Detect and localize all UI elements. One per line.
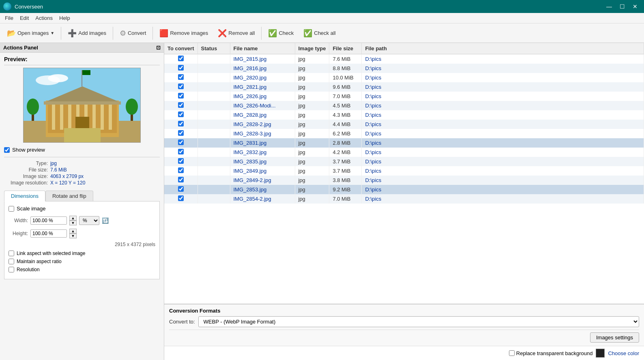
row-checkbox-cell[interactable]: [164, 101, 197, 110]
row-filename: IMG_2828-3.jpg: [230, 129, 295, 138]
row-checkbox-cell[interactable]: [164, 157, 197, 166]
tab-rotate-flip[interactable]: Rotate and flip: [45, 191, 93, 201]
table-row[interactable]: IMG_2849-2.jpg jpg 3.8 MiB D:\pics: [164, 176, 644, 185]
row-checkbox-cell[interactable]: [164, 54, 197, 64]
width-up-button[interactable]: ▲: [69, 216, 77, 221]
row-filename: IMG_2815.jpg: [230, 54, 295, 64]
menu-actions[interactable]: Actions: [32, 14, 56, 22]
format-select[interactable]: WEBP - (WebP Image Format) JPG - (JPEG I…: [198, 316, 639, 327]
link-aspect-label[interactable]: Link aspect with selected image: [17, 251, 85, 256]
table-row[interactable]: IMG_2815.jpg jpg 7.6 MiB D:\pics: [164, 54, 644, 64]
row-checkbox-cell[interactable]: [164, 129, 197, 138]
panel-collapse-icon[interactable]: ⊡: [156, 45, 161, 51]
show-preview-label[interactable]: Show preview: [12, 147, 45, 153]
choose-color-button[interactable]: Choose color: [608, 350, 639, 356]
row-checkbox-cell[interactable]: [164, 166, 197, 176]
table-row[interactable]: IMG_2826.jpg jpg 7.0 MiB D:\pics: [164, 92, 644, 101]
resolution-label[interactable]: Resolution: [17, 267, 40, 272]
remove-images-button[interactable]: 🟥 Remove images: [155, 27, 213, 40]
link-aspect-checkbox[interactable]: [9, 251, 14, 256]
table-row[interactable]: IMG_2821.jpg jpg 9.6 MiB D:\pics: [164, 82, 644, 92]
row-checkbox[interactable]: [178, 139, 184, 145]
images-settings-button[interactable]: Images settings: [590, 332, 639, 343]
row-checkbox[interactable]: [178, 84, 184, 89]
width-input[interactable]: [30, 216, 67, 225]
row-status: [197, 54, 230, 64]
preview-label: Preview:: [4, 56, 160, 62]
row-checkbox[interactable]: [178, 186, 184, 192]
row-checkbox[interactable]: [178, 56, 184, 61]
replace-bg-label[interactable]: Replace transparent background: [509, 350, 593, 356]
row-checkbox-cell[interactable]: [164, 73, 197, 82]
height-input[interactable]: [30, 229, 67, 238]
menu-edit[interactable]: Edit: [17, 14, 32, 22]
table-row[interactable]: IMG_2854-2.jpg jpg 7.0 MiB D:\pics: [164, 194, 644, 204]
unit-select[interactable]: % px cm mm: [79, 216, 99, 225]
row-checkbox[interactable]: [178, 130, 184, 136]
row-checkbox-cell[interactable]: [164, 176, 197, 185]
convert-button[interactable]: ⚙ Convert: [115, 27, 151, 40]
toolbar-separator-2: [113, 27, 113, 40]
row-checkbox-cell[interactable]: [164, 138, 197, 148]
row-status: [197, 166, 230, 176]
table-row[interactable]: IMG_2826-Modi... jpg 4.5 MiB D:\pics: [164, 101, 644, 110]
table-row[interactable]: IMG_2849.jpg jpg 3.7 MiB D:\pics: [164, 166, 644, 176]
row-checkbox[interactable]: [178, 93, 184, 99]
row-checkbox[interactable]: [178, 167, 184, 173]
table-row[interactable]: IMG_2831.jpg jpg 2.8 MiB D:\pics: [164, 138, 644, 148]
table-row[interactable]: IMG_2853.jpg jpg 9.2 MiB D:\pics: [164, 185, 644, 194]
table-row[interactable]: IMG_2828-2.jpg jpg 4.4 MiB D:\pics: [164, 120, 644, 129]
row-checkbox[interactable]: [178, 102, 184, 108]
row-checkbox[interactable]: [178, 195, 184, 201]
color-swatch[interactable]: [596, 349, 605, 358]
remove-all-button[interactable]: ❌ Remove all: [213, 27, 259, 40]
minimize-button[interactable]: —: [603, 2, 615, 11]
maintain-aspect-label[interactable]: Maintain aspect ratio: [17, 259, 62, 264]
scale-image-label[interactable]: Scale image: [17, 206, 46, 212]
file-table-wrapper[interactable]: To convert Status File name Image type F…: [164, 43, 644, 304]
row-checkbox[interactable]: [178, 111, 184, 117]
row-status: [197, 148, 230, 157]
table-row[interactable]: IMG_2832.jpg jpg 4.2 MiB D:\pics: [164, 148, 644, 157]
width-down-button[interactable]: ▼: [69, 221, 77, 225]
row-checkbox-cell[interactable]: [164, 120, 197, 129]
maximize-button[interactable]: ☐: [616, 2, 628, 11]
height-up-button[interactable]: ▲: [69, 229, 77, 234]
row-checkbox[interactable]: [178, 65, 184, 71]
replace-bg-checkbox[interactable]: [509, 350, 515, 356]
header-status: Status: [197, 43, 230, 54]
row-checkbox-cell[interactable]: [164, 82, 197, 92]
row-checkbox-cell[interactable]: [164, 92, 197, 101]
row-checkbox-cell[interactable]: [164, 110, 197, 120]
row-checkbox-cell[interactable]: [164, 185, 197, 194]
row-checkbox-cell[interactable]: [164, 64, 197, 73]
table-row[interactable]: IMG_2828.jpg jpg 4.3 MiB D:\pics: [164, 110, 644, 120]
refresh-icon[interactable]: 🔃: [102, 217, 109, 224]
row-checkbox-cell[interactable]: [164, 194, 197, 204]
check-button[interactable]: ✅ Check: [264, 27, 298, 40]
menu-file[interactable]: File: [2, 14, 17, 22]
scale-image-checkbox[interactable]: [9, 206, 14, 212]
maintain-aspect-checkbox[interactable]: [9, 259, 14, 264]
menu-help[interactable]: Help: [56, 14, 73, 22]
height-down-button[interactable]: ▼: [69, 234, 77, 238]
table-row[interactable]: IMG_2820.jpg jpg 10.0 MiB D:\pics: [164, 73, 644, 82]
tab-dimensions[interactable]: Dimensions: [4, 191, 45, 201]
show-preview-checkbox[interactable]: [4, 147, 10, 153]
svg-rect-9: [60, 105, 63, 130]
close-button[interactable]: ✕: [629, 2, 641, 11]
row-checkbox[interactable]: [178, 177, 184, 182]
show-preview-row: Show preview: [4, 147, 160, 153]
row-checkbox[interactable]: [178, 121, 184, 126]
add-images-button[interactable]: ➕ Add images: [63, 27, 111, 40]
row-checkbox[interactable]: [178, 149, 184, 154]
table-row[interactable]: IMG_2835.jpg jpg 3.7 MiB D:\pics: [164, 157, 644, 166]
row-checkbox[interactable]: [178, 74, 184, 80]
check-all-button[interactable]: ✅ Check all: [299, 27, 340, 40]
open-images-button[interactable]: 📂 Open images ▼: [2, 27, 59, 40]
table-row[interactable]: IMG_2828-3.jpg jpg 6.2 MiB D:\pics: [164, 129, 644, 138]
row-checkbox-cell[interactable]: [164, 148, 197, 157]
table-row[interactable]: IMG_2816.jpg jpg 8.8 MiB D:\pics: [164, 64, 644, 73]
row-checkbox[interactable]: [178, 158, 184, 164]
resolution-checkbox[interactable]: [9, 267, 14, 272]
